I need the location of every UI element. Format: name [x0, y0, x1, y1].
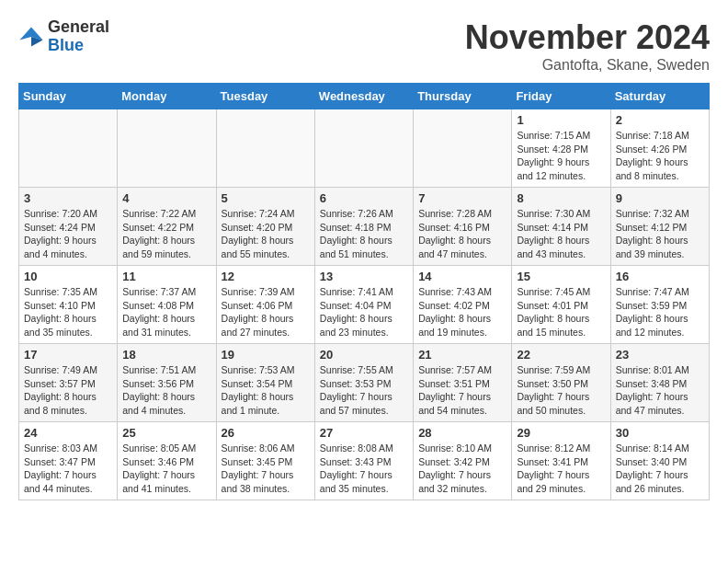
weekday-header: Wednesday — [314, 84, 413, 109]
calendar-cell: 12Sunrise: 7:39 AM Sunset: 4:06 PM Dayli… — [216, 266, 314, 344]
calendar-table: SundayMondayTuesdayWednesdayThursdayFrid… — [18, 83, 710, 500]
calendar-week-row: 17Sunrise: 7:49 AM Sunset: 3:57 PM Dayli… — [19, 344, 710, 422]
weekday-header: Thursday — [414, 84, 512, 109]
calendar-cell: 23Sunrise: 8:01 AM Sunset: 3:48 PM Dayli… — [610, 344, 709, 422]
calendar-cell: 26Sunrise: 8:06 AM Sunset: 3:45 PM Dayli… — [216, 422, 314, 500]
day-number: 9 — [616, 191, 704, 205]
day-info: Sunrise: 7:41 AM Sunset: 4:04 PM Dayligh… — [320, 285, 408, 339]
calendar-week-row: 10Sunrise: 7:35 AM Sunset: 4:10 PM Dayli… — [19, 266, 710, 344]
day-info: Sunrise: 7:55 AM Sunset: 3:53 PM Dayligh… — [320, 363, 408, 418]
day-number: 30 — [616, 426, 704, 440]
calendar-body: 1Sunrise: 7:15 AM Sunset: 4:28 PM Daylig… — [19, 109, 710, 500]
day-number: 21 — [418, 348, 506, 362]
day-number: 6 — [320, 191, 408, 205]
day-info: Sunrise: 7:15 AM Sunset: 4:28 PM Dayligh… — [517, 129, 605, 183]
day-info: Sunrise: 7:51 AM Sunset: 3:56 PM Dayligh… — [122, 363, 210, 418]
calendar-cell: 11Sunrise: 7:37 AM Sunset: 4:08 PM Dayli… — [118, 266, 216, 344]
title-block: November 2024 Gantofta, Skane, Sweden — [465, 18, 710, 74]
calendar-cell: 27Sunrise: 8:08 AM Sunset: 3:43 PM Dayli… — [314, 422, 413, 500]
calendar-cell: 3Sunrise: 7:20 AM Sunset: 4:24 PM Daylig… — [19, 188, 118, 266]
day-info: Sunrise: 7:45 AM Sunset: 4:01 PM Dayligh… — [517, 285, 605, 339]
logo-text: General Blue — [48, 18, 109, 55]
calendar-cell: 25Sunrise: 8:05 AM Sunset: 3:46 PM Dayli… — [118, 422, 216, 500]
day-info: Sunrise: 7:59 AM Sunset: 3:50 PM Dayligh… — [517, 363, 605, 418]
day-info: Sunrise: 8:03 AM Sunset: 3:47 PM Dayligh… — [24, 442, 112, 496]
day-info: Sunrise: 7:20 AM Sunset: 4:24 PM Dayligh… — [24, 207, 112, 261]
calendar-cell — [19, 109, 118, 188]
day-info: Sunrise: 7:24 AM Sunset: 4:20 PM Dayligh… — [222, 207, 310, 261]
day-number: 29 — [517, 426, 605, 440]
calendar-week-row: 1Sunrise: 7:15 AM Sunset: 4:28 PM Daylig… — [19, 109, 710, 188]
month-title: November 2024 — [465, 18, 710, 57]
day-info: Sunrise: 7:49 AM Sunset: 3:57 PM Dayligh… — [24, 363, 112, 418]
calendar-cell: 28Sunrise: 8:10 AM Sunset: 3:42 PM Dayli… — [414, 422, 512, 500]
calendar-cell: 19Sunrise: 7:53 AM Sunset: 3:54 PM Dayli… — [216, 344, 314, 422]
day-number: 4 — [122, 191, 210, 205]
day-info: Sunrise: 7:53 AM Sunset: 3:54 PM Dayligh… — [222, 363, 310, 418]
calendar-cell: 7Sunrise: 7:28 AM Sunset: 4:16 PM Daylig… — [414, 188, 512, 266]
calendar-cell: 22Sunrise: 7:59 AM Sunset: 3:50 PM Dayli… — [512, 344, 610, 422]
day-info: Sunrise: 7:57 AM Sunset: 3:51 PM Dayligh… — [418, 363, 506, 418]
day-number: 14 — [418, 270, 506, 283]
day-info: Sunrise: 7:18 AM Sunset: 4:26 PM Dayligh… — [616, 129, 704, 183]
day-info: Sunrise: 7:39 AM Sunset: 4:06 PM Dayligh… — [222, 285, 310, 339]
day-number: 7 — [418, 191, 506, 205]
weekday-header: Saturday — [610, 84, 709, 109]
calendar-cell — [216, 109, 314, 188]
calendar-cell — [414, 109, 512, 188]
day-info: Sunrise: 7:26 AM Sunset: 4:18 PM Dayligh… — [320, 207, 408, 261]
day-number: 10 — [24, 270, 112, 283]
day-info: Sunrise: 7:22 AM Sunset: 4:22 PM Dayligh… — [122, 207, 210, 261]
calendar-cell — [314, 109, 413, 188]
day-number: 15 — [517, 270, 605, 283]
day-number: 26 — [222, 426, 310, 440]
calendar-cell: 17Sunrise: 7:49 AM Sunset: 3:57 PM Dayli… — [19, 344, 118, 422]
day-number: 18 — [122, 348, 210, 362]
calendar-cell: 16Sunrise: 7:47 AM Sunset: 3:59 PM Dayli… — [610, 266, 709, 344]
day-number: 13 — [320, 270, 408, 283]
day-number: 5 — [222, 191, 310, 205]
day-info: Sunrise: 7:47 AM Sunset: 3:59 PM Dayligh… — [616, 285, 704, 339]
day-info: Sunrise: 8:01 AM Sunset: 3:48 PM Dayligh… — [616, 363, 704, 418]
calendar-cell: 20Sunrise: 7:55 AM Sunset: 3:53 PM Dayli… — [314, 344, 413, 422]
logo-icon — [18, 24, 44, 50]
day-info: Sunrise: 8:10 AM Sunset: 3:42 PM Dayligh… — [418, 442, 506, 496]
day-info: Sunrise: 7:32 AM Sunset: 4:12 PM Dayligh… — [616, 207, 704, 261]
weekday-header: Friday — [512, 84, 610, 109]
calendar-cell: 15Sunrise: 7:45 AM Sunset: 4:01 PM Dayli… — [512, 266, 610, 344]
weekday-header: Tuesday — [216, 84, 314, 109]
day-info: Sunrise: 7:37 AM Sunset: 4:08 PM Dayligh… — [122, 285, 210, 339]
calendar-week-row: 3Sunrise: 7:20 AM Sunset: 4:24 PM Daylig… — [19, 188, 710, 266]
calendar-cell: 1Sunrise: 7:15 AM Sunset: 4:28 PM Daylig… — [512, 109, 610, 188]
calendar-cell: 21Sunrise: 7:57 AM Sunset: 3:51 PM Dayli… — [414, 344, 512, 422]
calendar-week-row: 24Sunrise: 8:03 AM Sunset: 3:47 PM Dayli… — [19, 422, 710, 500]
day-number: 11 — [122, 270, 210, 283]
calendar-cell: 14Sunrise: 7:43 AM Sunset: 4:02 PM Dayli… — [414, 266, 512, 344]
calendar-cell: 18Sunrise: 7:51 AM Sunset: 3:56 PM Dayli… — [118, 344, 216, 422]
day-number: 23 — [616, 348, 704, 362]
calendar-cell: 6Sunrise: 7:26 AM Sunset: 4:18 PM Daylig… — [314, 188, 413, 266]
day-info: Sunrise: 8:06 AM Sunset: 3:45 PM Dayligh… — [222, 442, 310, 496]
calendar-cell: 8Sunrise: 7:30 AM Sunset: 4:14 PM Daylig… — [512, 188, 610, 266]
calendar-cell: 24Sunrise: 8:03 AM Sunset: 3:47 PM Dayli… — [19, 422, 118, 500]
calendar-cell: 30Sunrise: 8:14 AM Sunset: 3:40 PM Dayli… — [610, 422, 709, 500]
day-number: 1 — [517, 113, 605, 127]
day-number: 27 — [320, 426, 408, 440]
day-number: 20 — [320, 348, 408, 362]
calendar-cell: 2Sunrise: 7:18 AM Sunset: 4:26 PM Daylig… — [610, 109, 709, 188]
weekday-header: Sunday — [19, 84, 118, 109]
day-number: 16 — [616, 270, 704, 283]
day-number: 8 — [517, 191, 605, 205]
day-number: 17 — [24, 348, 112, 362]
day-number: 25 — [122, 426, 210, 440]
calendar-cell: 13Sunrise: 7:41 AM Sunset: 4:04 PM Dayli… — [314, 266, 413, 344]
day-info: Sunrise: 8:08 AM Sunset: 3:43 PM Dayligh… — [320, 442, 408, 496]
day-number: 12 — [222, 270, 310, 283]
calendar-cell: 9Sunrise: 7:32 AM Sunset: 4:12 PM Daylig… — [610, 188, 709, 266]
weekday-header: Monday — [118, 84, 216, 109]
calendar-cell: 4Sunrise: 7:22 AM Sunset: 4:22 PM Daylig… — [118, 188, 216, 266]
day-info: Sunrise: 7:28 AM Sunset: 4:16 PM Dayligh… — [418, 207, 506, 261]
day-info: Sunrise: 7:35 AM Sunset: 4:10 PM Dayligh… — [24, 285, 112, 339]
day-info: Sunrise: 7:30 AM Sunset: 4:14 PM Dayligh… — [517, 207, 605, 261]
day-number: 28 — [418, 426, 506, 440]
